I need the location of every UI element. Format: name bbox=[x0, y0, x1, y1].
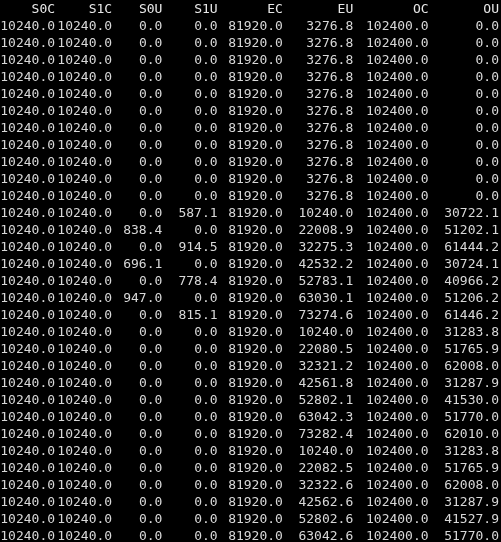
cell: 102400.0 bbox=[355, 238, 430, 255]
cell: 10240.0 bbox=[57, 255, 114, 272]
cell: 10240.0 bbox=[0, 221, 57, 238]
cell: 10240.0 bbox=[285, 323, 355, 340]
cell: 51770.0 bbox=[431, 408, 501, 425]
cell: 0.0 bbox=[431, 17, 501, 34]
cell: 10240.0 bbox=[57, 153, 114, 170]
cell: 0.0 bbox=[431, 102, 501, 119]
cell: 10240.0 bbox=[57, 357, 114, 374]
cell: 0.0 bbox=[164, 357, 219, 374]
cell: 10240.0 bbox=[0, 17, 57, 34]
cell: 81920.0 bbox=[220, 204, 285, 221]
cell: 73282.4 bbox=[285, 425, 355, 442]
cell: 102400.0 bbox=[355, 289, 430, 306]
cell: 102400.0 bbox=[355, 272, 430, 289]
cell: 0.0 bbox=[431, 170, 501, 187]
cell: 81920.0 bbox=[220, 102, 285, 119]
table-row: 10240.010240.00.00.081920.042562.6102400… bbox=[0, 493, 501, 510]
cell: 10240.0 bbox=[57, 323, 114, 340]
cell: 10240.0 bbox=[0, 391, 57, 408]
table-head: S0CS1CS0US1UECEUOCOU bbox=[0, 0, 501, 17]
cell: 81920.0 bbox=[220, 425, 285, 442]
cell: 0.0 bbox=[114, 238, 164, 255]
cell: 81920.0 bbox=[220, 459, 285, 476]
cell: 81920.0 bbox=[220, 306, 285, 323]
cell: 0.0 bbox=[164, 255, 219, 272]
cell: 81920.0 bbox=[220, 289, 285, 306]
cell: 0.0 bbox=[114, 187, 164, 204]
table-row: 10240.010240.0838.40.081920.022008.91024… bbox=[0, 221, 501, 238]
cell: 0.0 bbox=[114, 459, 164, 476]
cell: 10240.0 bbox=[0, 34, 57, 51]
table-row: 10240.010240.00.00.081920.022082.5102400… bbox=[0, 459, 501, 476]
table-row: 10240.010240.00.00.081920.032322.6102400… bbox=[0, 476, 501, 493]
cell: 10240.0 bbox=[0, 119, 57, 136]
cell: 0.0 bbox=[114, 68, 164, 85]
col-header: EU bbox=[285, 0, 355, 17]
cell: 0.0 bbox=[431, 153, 501, 170]
cell: 0.0 bbox=[431, 68, 501, 85]
cell: 102400.0 bbox=[355, 425, 430, 442]
cell: 102400.0 bbox=[355, 204, 430, 221]
cell: 10240.0 bbox=[0, 85, 57, 102]
cell: 52783.1 bbox=[285, 272, 355, 289]
cell: 102400.0 bbox=[355, 408, 430, 425]
cell: 81920.0 bbox=[220, 170, 285, 187]
cell: 0.0 bbox=[114, 357, 164, 374]
cell: 81920.0 bbox=[220, 119, 285, 136]
cell: 0.0 bbox=[114, 51, 164, 68]
cell: 81920.0 bbox=[220, 323, 285, 340]
table-row: 10240.010240.00.00.081920.03276.8102400.… bbox=[0, 17, 501, 34]
cell: 10240.0 bbox=[57, 510, 114, 527]
cell: 778.4 bbox=[164, 272, 219, 289]
table-row: 10240.010240.00.00.081920.03276.8102400.… bbox=[0, 119, 501, 136]
col-header: OU bbox=[431, 0, 501, 17]
cell: 62008.0 bbox=[431, 357, 501, 374]
cell: 3276.8 bbox=[285, 170, 355, 187]
cell: 0.0 bbox=[164, 425, 219, 442]
cell: 10240.0 bbox=[57, 340, 114, 357]
table-row: 10240.010240.00.00.081920.063042.3102400… bbox=[0, 408, 501, 425]
cell: 0.0 bbox=[431, 51, 501, 68]
cell: 10240.0 bbox=[57, 272, 114, 289]
cell: 10240.0 bbox=[57, 170, 114, 187]
cell: 61446.2 bbox=[431, 306, 501, 323]
cell: 3276.8 bbox=[285, 187, 355, 204]
table-row: 10240.010240.00.00.081920.03276.8102400.… bbox=[0, 102, 501, 119]
cell: 52802.6 bbox=[285, 510, 355, 527]
cell: 10240.0 bbox=[0, 357, 57, 374]
cell: 3276.8 bbox=[285, 136, 355, 153]
col-header: S0U bbox=[114, 0, 164, 17]
cell: 0.0 bbox=[114, 306, 164, 323]
cell: 32275.3 bbox=[285, 238, 355, 255]
cell: 0.0 bbox=[164, 510, 219, 527]
table-row: 10240.010240.00.00.081920.03276.8102400.… bbox=[0, 170, 501, 187]
table-row: 10240.010240.0696.10.081920.042532.21024… bbox=[0, 255, 501, 272]
cell: 10240.0 bbox=[0, 323, 57, 340]
cell: 10240.0 bbox=[0, 340, 57, 357]
cell: 61444.2 bbox=[431, 238, 501, 255]
cell: 102400.0 bbox=[355, 459, 430, 476]
cell: 102400.0 bbox=[355, 442, 430, 459]
cell: 10240.0 bbox=[57, 408, 114, 425]
cell: 10240.0 bbox=[0, 204, 57, 221]
col-header: S0C bbox=[0, 0, 57, 17]
cell: 102400.0 bbox=[355, 306, 430, 323]
cell: 0.0 bbox=[164, 68, 219, 85]
cell: 63030.1 bbox=[285, 289, 355, 306]
cell: 81920.0 bbox=[220, 357, 285, 374]
cell: 10240.0 bbox=[57, 493, 114, 510]
cell: 81920.0 bbox=[220, 17, 285, 34]
cell: 102400.0 bbox=[355, 136, 430, 153]
jstat-table: S0CS1CS0US1UECEUOCOU 10240.010240.00.00.… bbox=[0, 0, 501, 542]
table-row: 10240.010240.00.00.081920.032321.2102400… bbox=[0, 357, 501, 374]
cell: 81920.0 bbox=[220, 527, 285, 542]
cell: 10240.0 bbox=[0, 442, 57, 459]
table-row: 10240.010240.00.00.081920.03276.8102400.… bbox=[0, 187, 501, 204]
cell: 0.0 bbox=[114, 170, 164, 187]
cell: 102400.0 bbox=[355, 340, 430, 357]
cell: 102400.0 bbox=[355, 170, 430, 187]
cell: 0.0 bbox=[114, 510, 164, 527]
cell: 0.0 bbox=[114, 391, 164, 408]
cell: 10240.0 bbox=[0, 459, 57, 476]
cell: 63042.6 bbox=[285, 527, 355, 542]
